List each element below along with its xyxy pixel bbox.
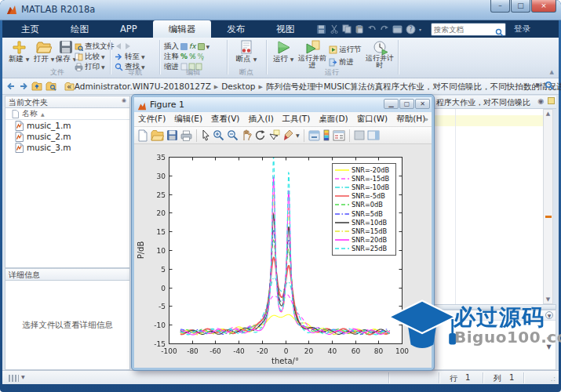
run-section-button[interactable]: 运行节 (329, 45, 362, 54)
figure-menu-窗[interactable]: 窗口(W) (357, 114, 388, 125)
paste-icon[interactable] (355, 24, 364, 34)
edit-arrow-icon[interactable] (201, 129, 210, 141)
ribbon-tab-视图[interactable]: 视图 (260, 20, 310, 38)
help-icon[interactable]: ? (406, 24, 416, 34)
statusbar-grip-icon[interactable] (9, 375, 19, 382)
ribbon-tab-主页[interactable]: 主页 (5, 20, 55, 38)
advance-button[interactable]: 前进 (329, 57, 354, 67)
new-script-button[interactable]: 新建 ▼ (7, 39, 31, 67)
run-button[interactable]: 运行 ▼ (271, 39, 296, 67)
figure-menu-工[interactable]: 工具(T) (282, 114, 311, 125)
ribbon-tab-APP[interactable]: APP (104, 20, 153, 38)
legend-line-sample (335, 193, 349, 199)
figure-menu-编[interactable]: 编辑(E) (174, 114, 202, 125)
file-row[interactable]: music_2.m (5, 131, 129, 142)
insert-colorbar-icon[interactable] (322, 129, 330, 141)
breadcrumb-segment[interactable]: Desktop (221, 82, 255, 91)
save-icon[interactable] (316, 24, 326, 34)
insert-legend-icon[interactable] (333, 130, 345, 141)
pan-hand-icon[interactable] (241, 129, 252, 141)
find-files-button[interactable]: 查找文件 (75, 42, 115, 51)
open-file-icon[interactable] (151, 129, 164, 141)
close-button[interactable]: × (531, 0, 556, 13)
open-button[interactable]: 打开 ▼ (32, 39, 56, 67)
legend-entry: SNR=-15dB (335, 174, 393, 183)
data-cursor-icon[interactable] (268, 129, 280, 141)
breadcrumb-segment[interactable]: 阵列信号处理中MUSIC算法仿真程序大作业，对不同信噪比，不同快拍数的情况进行仿… (266, 82, 561, 91)
zoom-in-icon[interactable] (213, 129, 224, 141)
address-dropdown-icon[interactable]: ▼ (536, 82, 540, 89)
compare-button[interactable]: 比较 ▼ (75, 52, 105, 61)
figure-menu-桌[interactable]: 桌面(D) (319, 114, 348, 125)
file-row[interactable]: music_3.m (5, 142, 129, 153)
current-folder-header[interactable]: 当前文件夹 ◉ (5, 96, 130, 108)
link-plot-icon[interactable] (308, 130, 320, 141)
resize-grip[interactable]: .: (551, 376, 556, 383)
run-advance-button[interactable]: 运行并前进 (297, 39, 327, 67)
breadcrumb-segment[interactable]: Administrator.WIN7U-20180127Z (75, 82, 211, 91)
undo-icon[interactable] (367, 24, 377, 34)
svg-text:?: ? (409, 26, 412, 33)
cut-icon[interactable] (330, 24, 339, 34)
statusbar-grip-caret[interactable]: ▼ (21, 374, 25, 379)
details-header[interactable]: 详细信息 (5, 268, 130, 281)
doc-search-box[interactable] (431, 23, 506, 36)
minimize-button[interactable]: – (490, 0, 510, 13)
figure-minimize-button[interactable]: ▁ (384, 99, 399, 109)
ribbon-collapse-icon[interactable]: ▲ (550, 69, 554, 75)
save-figure-icon[interactable] (166, 129, 178, 141)
ribbon-tab-编辑器[interactable]: 编辑器 (153, 20, 212, 38)
forward-arrow-icon[interactable] (19, 82, 28, 91)
insert-fx-icon[interactable]: fx (189, 42, 196, 50)
details-placeholder: 选择文件以查看详细信息 (22, 320, 113, 331)
file-browser: 名称 ▲ music_1.mmusic_2.mmusic_3.m (5, 108, 130, 268)
brush-dropdown-icon[interactable]: ▼ (296, 132, 300, 138)
nav-back-forward[interactable] (115, 42, 132, 51)
login-link[interactable]: 登录 (514, 24, 530, 34)
copy-icon[interactable] (342, 24, 352, 34)
plot-legend[interactable]: SNR=-20dBSNR=-15dBSNR=-10dBSNR=-5dBSNR=0… (332, 163, 396, 256)
run-time-button[interactable]: 运行并计时 (365, 39, 395, 67)
comment-button[interactable]: 注释 % %̸ %͓ (164, 52, 204, 61)
file-row[interactable]: music_1.m (5, 120, 129, 131)
browse-folder-icon[interactable] (46, 81, 56, 91)
figure-menu-帮[interactable]: 帮助(H) (396, 114, 425, 125)
file-column-header[interactable]: 名称 ▲ (5, 108, 129, 120)
show-plot-tools-icon[interactable] (367, 130, 380, 140)
figure-menu-查[interactable]: 查看(V) (211, 114, 239, 125)
up-folder-icon[interactable] (31, 81, 42, 91)
hide-plot-tools-icon[interactable] (354, 130, 365, 140)
ribbon-tab-绘图[interactable]: 绘图 (55, 20, 104, 38)
breakpoints-button[interactable]: 断点 ▼ (231, 39, 261, 67)
figure-menu-文[interactable]: 文件(F) (138, 114, 166, 125)
brush-icon[interactable] (282, 129, 293, 141)
ribbon-tab-发布[interactable]: 发布 (211, 20, 260, 38)
editor-pane[interactable] (434, 109, 543, 304)
goto-button[interactable]: 转至 ▼ (115, 52, 145, 61)
insert-image-icon[interactable] (198, 43, 205, 50)
editor-document-tab[interactable]: 程序大作业，对不同信噪比，不... ◉ ✕ (434, 96, 556, 109)
new-desktop-icon[interactable] (392, 25, 403, 34)
editor-scrollbar[interactable]: ▲ ▼ (543, 109, 553, 304)
menubar-overflow-icon[interactable]: » (424, 116, 428, 123)
figure-title-bar[interactable]: Figure 1 ▁ ▢ ✕ (134, 97, 432, 112)
rotate-3d-icon[interactable] (254, 129, 266, 141)
redo-icon[interactable] (380, 24, 389, 34)
back-arrow-icon[interactable] (6, 82, 16, 91)
print-figure-icon[interactable] (180, 130, 192, 141)
address-search-icon[interactable] (545, 81, 554, 90)
zoom-out-icon[interactable] (227, 129, 239, 141)
figure-menu-插[interactable]: 插入(I) (248, 114, 273, 125)
document-bar-icon[interactable] (548, 97, 555, 104)
search-input[interactable] (434, 24, 494, 34)
new-figure-icon[interactable] (137, 129, 148, 142)
maximize-button[interactable]: □ (511, 0, 530, 13)
insert-button[interactable]: 插入 fx ▼ (164, 42, 209, 51)
tab-menu-icon[interactable]: ◉ (537, 97, 544, 105)
figure-maximize-button[interactable]: ▢ (399, 99, 414, 109)
title-bar[interactable]: MATLAB R2018a – □ × (0, 0, 561, 20)
quickbar-dropdown-icon[interactable]: ▾ (419, 27, 421, 32)
scroll-up-icon[interactable]: ▲ (544, 111, 552, 117)
panel-menu-icon[interactable]: ◉ (122, 97, 126, 103)
figure-close-button[interactable]: ✕ (415, 99, 430, 109)
